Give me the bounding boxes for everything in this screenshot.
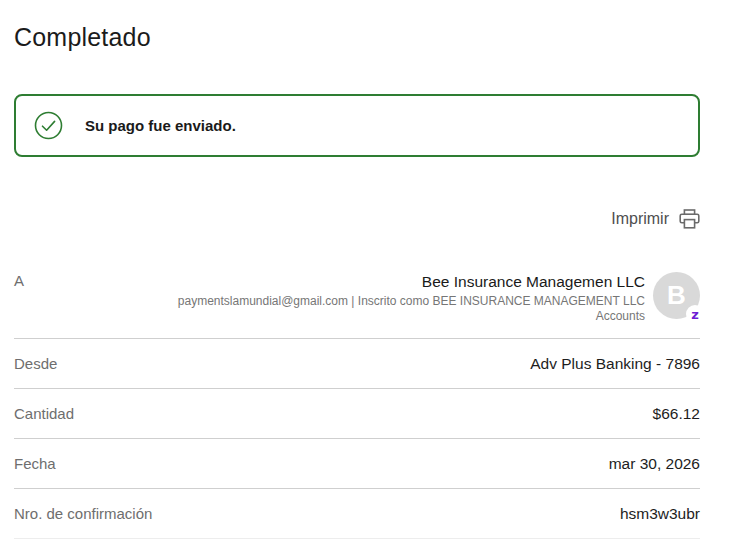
detail-label: Fecha: [14, 455, 56, 472]
recipient-subtitle-2: Accounts: [178, 309, 645, 324]
detail-value: $66.12: [653, 405, 700, 423]
recipient-row-label: A: [14, 272, 24, 289]
detail-value: Adv Plus Banking - 7896: [530, 355, 700, 373]
check-circle-icon: [34, 111, 63, 140]
detail-label: Desde: [14, 355, 57, 372]
recipient-info: Bee Insurance Managemen LLC paymentslamu…: [178, 272, 645, 324]
recipient-subtitle: paymentslamundial@gmail.com | Inscrito c…: [178, 294, 645, 309]
print-row: Imprimir: [14, 208, 700, 230]
detail-row-date: Fecha mar 30, 2026: [14, 439, 700, 489]
detail-label: Cantidad: [14, 405, 74, 422]
detail-row-amount: Cantidad $66.12: [14, 389, 700, 439]
zelle-icon: z: [686, 305, 704, 323]
payment-confirmation-page: Completado Su pago fue enviado. Imprimir…: [14, 0, 700, 539]
detail-row-from: Desde Adv Plus Banking - 7896: [14, 339, 700, 389]
detail-row-confirmation: Nro. de confirmación hsm3w3ubr: [14, 489, 700, 539]
printer-icon[interactable]: [679, 209, 700, 229]
recipient-name: Bee Insurance Managemen LLC: [178, 272, 645, 291]
print-link[interactable]: Imprimir: [611, 210, 669, 228]
detail-value: hsm3w3ubr: [620, 505, 700, 523]
success-banner: Su pago fue enviado.: [14, 94, 700, 157]
detail-label: Nro. de confirmación: [14, 505, 152, 522]
detail-value: mar 30, 2026: [609, 455, 700, 473]
success-message: Su pago fue enviado.: [85, 117, 236, 134]
recipient-avatar: B z: [653, 272, 700, 319]
recipient-row: A Bee Insurance Managemen LLC paymentsla…: [14, 266, 700, 339]
page-title: Completado: [14, 23, 700, 52]
avatar-letter: B: [667, 280, 686, 311]
